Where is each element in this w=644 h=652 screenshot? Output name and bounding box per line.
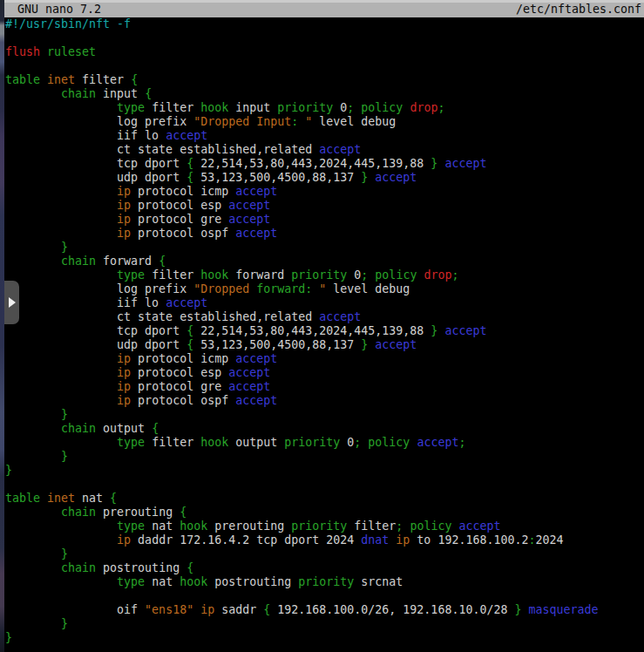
code-line[interactable]: ip protocol gre accept [5,380,644,394]
code-line[interactable]: } [5,408,644,422]
code-line[interactable]: oif "ens18" ip saddr { 192.168.100.0/26,… [5,603,644,617]
code-token: ip [117,185,131,198]
code-line[interactable]: iif lo accept [5,296,644,310]
code-line[interactable]: type filter hook output priority 0; poli… [5,436,644,450]
code-line[interactable]: type filter hook input priority 0; polic… [5,101,644,115]
code-line[interactable] [5,31,644,45]
code-line[interactable]: } [5,631,644,645]
code-token: accept [166,296,207,309]
code-token: drop [410,101,437,114]
code-line[interactable]: iif lo accept [5,129,644,143]
code-line[interactable]: tcp dport { 22,514,53,80,443,2024,445,13… [5,324,644,338]
code-line[interactable]: chain input { [5,87,644,101]
nano-version-title: GNU nano 7.2 [17,3,101,17]
editor-area[interactable]: #!/usr/sbin/nft -fflush rulesettable ine… [0,17,644,652]
code-line[interactable]: chain postrouting { [5,561,644,575]
code-line[interactable]: type nat hook postrouting priority srcna… [5,575,644,589]
code-line[interactable]: log prefix "Dropped Input: " level debug [5,115,644,129]
code-token: udp dport [5,171,186,184]
code-token [5,255,61,268]
code-line[interactable]: chain forward { [5,255,644,268]
code-token: ip [396,533,410,547]
code-line[interactable]: table inet filter { [5,73,644,87]
code-token: { [131,73,138,86]
code-token: priority [298,575,354,588]
code-token: output [96,422,152,435]
code-token: "ens18" [145,603,193,616]
code-line[interactable]: } [5,241,644,255]
code-line[interactable] [5,478,644,492]
code-token: chain [61,506,96,519]
code-line[interactable]: ip protocol icmp accept [5,185,644,199]
code-token [5,533,117,547]
code-line[interactable]: ip protocol esp accept [5,199,644,213]
code-line[interactable]: chain prerouting { [5,506,644,520]
code-line[interactable]: } [5,617,644,631]
code-line[interactable]: udp dport { 53,123,500,4500,88,137 } acc… [5,338,644,352]
code-token: hook [200,436,228,449]
code-token: accept [319,143,361,156]
code-line[interactable]: } [5,547,644,561]
code-line[interactable]: ct state established,related accept [5,143,644,157]
code-token: ct state established,related [5,310,319,323]
code-token: } [5,631,12,644]
code-token: 22,514,53,80,443,2024,445,139,88 [193,324,430,337]
code-line[interactable]: ip daddr 172.16.4.2 tcp dport 2024 dnat … [5,533,644,547]
code-token: policy [361,101,403,114]
code-line[interactable]: table inet nat { [5,492,644,506]
code-token [5,185,117,198]
code-line[interactable] [5,59,644,73]
code-token: type [117,575,145,588]
code-token [5,352,117,365]
code-line[interactable]: } [5,464,644,478]
code-token: } [61,547,68,560]
code-token: protocol gre [131,213,228,226]
code-line[interactable]: log prefix "Dropped forward: " level deb… [5,282,644,296]
code-line[interactable]: flush ruleset [5,45,644,59]
code-token: log prefix [5,115,193,128]
code-token: { [159,255,166,268]
code-token: filter [75,73,131,86]
code-token [5,199,117,212]
code-line[interactable]: tcp dport { 22,514,53,80,443,2024,445,13… [5,157,644,171]
code-token: dnat [361,533,389,547]
code-line[interactable]: type filter hook forward priority 0; pol… [5,268,644,282]
code-line[interactable]: ct state established,related accept [5,310,644,324]
code-line[interactable]: #!/usr/sbin/nft -f [5,17,644,31]
code-token: oif [5,603,145,616]
code-token: } [61,617,68,630]
code-token: priority [284,436,340,449]
code-line[interactable]: udp dport { 53,123,500,4500,88,137 } acc… [5,171,644,185]
code-token: postrouting [207,575,298,588]
code-line[interactable]: ip protocol icmp accept [5,352,644,366]
code-token: ip [117,366,131,379]
code-token [40,73,47,86]
code-token [5,408,61,421]
code-token: chain [61,87,96,100]
code-line[interactable]: ip protocol esp accept [5,366,644,380]
code-token: filter [145,436,200,449]
code-token: prerouting [96,506,180,519]
panel-show-button[interactable] [4,281,19,324]
code-token: accept [235,352,277,365]
code-token: } [61,241,68,254]
code-line[interactable]: chain output { [5,422,644,436]
code-token: { [152,422,159,435]
code-token: nat [75,492,110,505]
code-line[interactable] [5,589,644,603]
code-token: chain [61,255,96,268]
code-line[interactable]: } [5,450,644,464]
code-token: #!/usr/sbin/nft -f [5,17,131,31]
code-token: ; [458,436,465,449]
code-token: protocol ospf [131,394,235,407]
code-token [5,561,61,574]
code-token: accept [444,324,486,337]
code-token [5,436,117,449]
code-token: type [117,520,145,533]
code-line[interactable]: ip protocol ospf accept [5,394,644,408]
code-line[interactable]: type nat hook prerouting priority filter… [5,520,644,533]
code-token: 53,123,500,4500,88,137 [193,171,361,184]
code-line[interactable]: ip protocol gre accept [5,213,644,227]
code-line[interactable]: ip protocol ospf accept [5,227,644,241]
code-token [5,227,117,240]
